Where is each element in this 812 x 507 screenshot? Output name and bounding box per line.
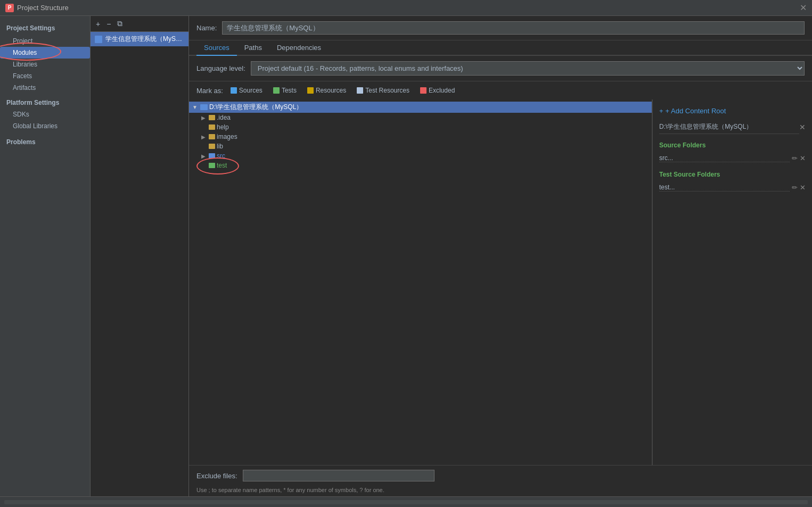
add-module-button[interactable]: + — [94, 19, 102, 29]
close-button[interactable]: ✕ — [800, 3, 807, 13]
source-folder-text-src: src... — [659, 154, 790, 162]
mark-as-row: Mark as: Sources Tests Resources Test Re… — [189, 81, 812, 99]
test-resources-color-icon — [357, 87, 363, 94]
tree-item-idea[interactable]: ▶ .idea — [189, 113, 652, 122]
name-row: Name: — [189, 16, 812, 40]
mark-as-label: Mark as: — [196, 87, 223, 95]
module-list-item[interactable]: 学生信息管理系统（MySQL） — [91, 32, 188, 46]
file-tree[interactable]: ▼ D:\学生信息管理系统（MySQL） ▶ .idea ▶ he — [189, 99, 652, 465]
title-bar: P Project Structure ✕ — [0, 0, 812, 16]
expand-arrow-images: ▶ — [200, 134, 207, 140]
name-input[interactable] — [222, 21, 805, 35]
add-icon: + — [659, 107, 663, 115]
exclude-files-input[interactable] — [243, 470, 434, 481]
edit-test-button[interactable]: ✏ — [792, 184, 798, 192]
resources-color-icon — [307, 87, 314, 94]
expand-arrow-idea: ▶ — [200, 115, 207, 121]
language-level-label: Language level: — [196, 64, 245, 72]
title-bar-left: P Project Structure — [5, 4, 69, 12]
tree-root-label: D:\学生信息管理系统（MySQL） — [209, 103, 302, 112]
excluded-color-icon — [420, 87, 426, 94]
folder-icon-idea — [209, 115, 215, 120]
module-name: 学生信息管理系统（MySQL） — [105, 35, 184, 44]
folder-icon-test — [209, 163, 215, 168]
tab-paths[interactable]: Paths — [237, 40, 269, 56]
content-area: ▼ D:\学生信息管理系统（MySQL） ▶ .idea ▶ he — [189, 99, 812, 465]
source-folders-header: Source Folders — [659, 142, 806, 149]
remove-module-button[interactable]: − — [104, 19, 113, 29]
name-label: Name: — [196, 24, 217, 32]
sidebar-item-facets[interactable]: Facets — [0, 70, 90, 82]
content-root-path: D:\学生信息管理系统（MySQL） — [659, 120, 799, 134]
sidebar-item-artifacts[interactable]: Artifacts — [0, 82, 90, 94]
expand-arrow-src: ▶ — [200, 153, 207, 159]
bottom-bar — [0, 496, 812, 507]
add-content-root-button[interactable]: + + Add Content Root — [659, 105, 806, 117]
expand-arrow-root: ▼ — [191, 104, 199, 110]
sidebar-item-modules[interactable]: Modules — [0, 47, 90, 59]
platform-settings-label: Platform Settings — [0, 94, 90, 109]
tree-label-images: images — [217, 133, 237, 140]
tab-content-sources: Language level: Project default (16 - Re… — [189, 56, 812, 496]
tree-item-images[interactable]: ▶ images — [189, 132, 652, 142]
right-panel: Name: Sources Paths Dependencies Languag… — [189, 16, 812, 496]
tree-label-lib: lib — [217, 143, 223, 150]
sidebar: Project Settings Project Modules Librari… — [0, 16, 91, 496]
mark-excluded-button[interactable]: Excluded — [417, 86, 458, 95]
folder-icon-root — [200, 104, 208, 110]
module-toolbar: + − ⧉ — [91, 16, 188, 32]
tree-label-idea: .idea — [217, 114, 231, 121]
language-level-row: Language level: Project default (16 - Re… — [189, 56, 812, 81]
tree-item-lib[interactable]: ▶ lib — [189, 142, 652, 151]
folder-icon-images — [209, 134, 215, 139]
app-icon: P — [5, 4, 14, 12]
tree-root-item[interactable]: ▼ D:\学生信息管理系统（MySQL） — [189, 102, 652, 113]
copy-module-button[interactable]: ⧉ — [115, 18, 125, 29]
horizontal-scrollbar[interactable] — [4, 500, 808, 504]
folder-icon-lib — [209, 144, 215, 149]
exclude-files-row: Exclude files: — [189, 465, 812, 486]
mark-resources-button[interactable]: Resources — [304, 86, 349, 95]
content-root-row: D:\学生信息管理系统（MySQL） ✕ — [659, 120, 806, 134]
tab-dependencies[interactable]: Dependencies — [269, 40, 329, 56]
content-root-close-button[interactable]: ✕ — [799, 123, 806, 131]
folder-icon-help — [209, 124, 215, 130]
module-list: + − ⧉ 学生信息管理系统（MySQL） — [91, 16, 189, 496]
edit-src-button[interactable]: ✏ — [792, 154, 798, 162]
tab-sources[interactable]: Sources — [196, 40, 237, 56]
mark-sources-button[interactable]: Sources — [227, 86, 266, 95]
module-icon — [95, 36, 102, 43]
exclude-hint: Use ; to separate name patterns, * for a… — [189, 486, 812, 496]
project-settings-label: Project Settings — [0, 21, 90, 35]
tabs-bar: Sources Paths Dependencies — [189, 40, 812, 56]
tree-item-test[interactable]: ▶ test — [189, 161, 652, 170]
sidebar-item-sdks[interactable]: SDKs — [0, 109, 90, 120]
main-content: Project Settings Project Modules Librari… — [0, 16, 812, 496]
tree-label-test: test — [217, 162, 227, 169]
source-folder-item-src: src... ✏ ✕ — [659, 153, 806, 163]
delete-test-button[interactable]: ✕ — [800, 184, 806, 192]
tests-color-icon — [273, 87, 280, 94]
tree-item-src[interactable]: ▶ src — [189, 151, 652, 161]
info-panel: + + Add Content Root D:\学生信息管理系统（MySQL） … — [652, 99, 812, 465]
sidebar-item-project[interactable]: Project — [0, 35, 90, 47]
test-source-folders-header: Test Source Folders — [659, 171, 806, 178]
tree-label-help: help — [217, 123, 229, 131]
exclude-files-label: Exclude files: — [196, 472, 237, 480]
sidebar-item-problems[interactable]: Problems — [0, 132, 90, 148]
tree-item-help[interactable]: ▶ help — [189, 122, 652, 132]
sidebar-item-global-libraries[interactable]: Global Libraries — [0, 120, 90, 132]
language-level-select[interactable]: Project default (16 - Records, patterns,… — [251, 61, 805, 76]
sources-color-icon — [231, 87, 237, 94]
mark-tests-button[interactable]: Tests — [270, 86, 300, 95]
tree-label-src: src — [217, 152, 225, 160]
folder-icon-src — [209, 153, 215, 159]
test-folder-item-test: test... ✏ ✕ — [659, 182, 806, 193]
sidebar-item-libraries[interactable]: Libraries — [0, 59, 90, 70]
delete-src-button[interactable]: ✕ — [800, 154, 806, 162]
mark-test-resources-button[interactable]: Test Resources — [354, 86, 413, 95]
test-folder-text: test... — [659, 184, 790, 192]
title-bar-title: Project Structure — [17, 4, 69, 12]
